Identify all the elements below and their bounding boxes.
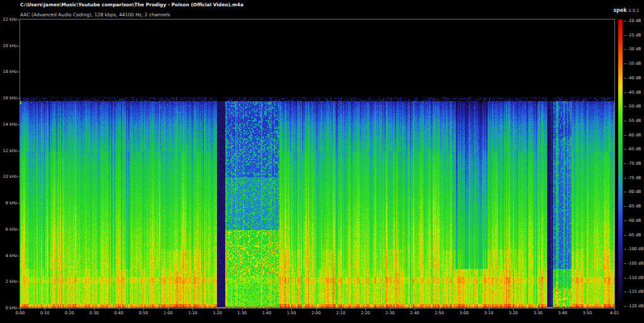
db-tick-label: -40 dB bbox=[628, 75, 641, 80]
db-tick-mark bbox=[624, 221, 626, 221]
freq-tick-label: 0 kHz bbox=[0, 305, 17, 310]
freq-tick-label: 22 kHz bbox=[0, 17, 17, 22]
db-tick-label: -50 dB bbox=[628, 104, 641, 109]
db-tick-mark bbox=[624, 78, 626, 79]
app-version-label: spek0.8.2 bbox=[613, 3, 639, 14]
db-tick-label: -30 dB bbox=[628, 47, 641, 52]
time-tick-mark bbox=[365, 309, 366, 310]
time-tick-mark bbox=[192, 309, 193, 310]
freq-tick-mark bbox=[17, 98, 19, 99]
time-tick-mark bbox=[341, 309, 341, 310]
time-tick-label: 4:01 bbox=[596, 310, 633, 315]
time-tick-mark bbox=[440, 309, 440, 310]
freq-tick-label: 2 kHz bbox=[0, 279, 17, 284]
db-tick-label: -75 dB bbox=[628, 175, 641, 180]
db-tick-mark bbox=[624, 249, 626, 249]
time-tick-mark bbox=[45, 309, 45, 310]
freq-tick-mark bbox=[17, 124, 19, 125]
time-tick-mark bbox=[94, 309, 95, 310]
time-tick-mark bbox=[291, 309, 292, 310]
time-tick-mark bbox=[563, 309, 564, 310]
freq-tick-label: 6 kHz bbox=[0, 227, 17, 232]
db-tick-label: -100 dB bbox=[628, 246, 643, 251]
time-tick-mark bbox=[489, 309, 489, 310]
db-tick-label: -90 dB bbox=[628, 218, 641, 223]
freq-tick-mark bbox=[17, 151, 19, 151]
db-tick-mark bbox=[624, 306, 626, 307]
freq-tick-label: 8 kHz bbox=[0, 200, 17, 205]
freq-tick-mark bbox=[17, 203, 19, 204]
freq-tick-label: 16 kHz bbox=[0, 96, 17, 101]
db-tick-mark bbox=[624, 49, 626, 50]
time-tick-mark bbox=[390, 309, 391, 310]
time-tick-mark bbox=[414, 309, 415, 310]
spek-window: C:\Users\james\Music\Youtube comparison\… bbox=[0, 0, 644, 323]
time-tick-mark bbox=[267, 309, 267, 310]
db-tick-label: -45 dB bbox=[628, 90, 641, 95]
time-tick-mark bbox=[316, 309, 317, 310]
freq-tick-label: 14 kHz bbox=[0, 122, 17, 127]
freq-tick-mark bbox=[17, 229, 19, 230]
time-tick-mark bbox=[538, 309, 538, 310]
db-tick-mark bbox=[624, 135, 626, 136]
freq-tick-mark bbox=[17, 46, 19, 47]
db-tick-mark bbox=[624, 149, 626, 150]
freq-tick-mark bbox=[17, 19, 19, 20]
freq-tick-mark bbox=[17, 256, 19, 256]
db-tick-mark bbox=[624, 178, 626, 178]
time-tick-mark bbox=[464, 309, 465, 310]
db-tick-mark bbox=[624, 163, 626, 164]
db-tick-label: -95 dB bbox=[628, 233, 641, 238]
db-tick-mark bbox=[624, 263, 626, 264]
db-tick-mark bbox=[624, 192, 626, 192]
db-tick-label: -80 dB bbox=[628, 189, 641, 194]
time-tick-mark bbox=[20, 309, 21, 310]
freq-tick-label: 18 kHz bbox=[0, 69, 17, 74]
audio-format-info: AAC (Advanced Audio Coding), 128 kbps, 4… bbox=[20, 12, 170, 18]
time-tick-mark bbox=[69, 309, 70, 310]
db-tick-mark bbox=[624, 206, 626, 207]
freq-tick-label: 10 kHz bbox=[0, 174, 17, 179]
db-colorbar bbox=[618, 19, 623, 308]
db-tick-label: -25 dB bbox=[628, 33, 641, 38]
freq-tick-mark bbox=[17, 177, 19, 177]
db-tick-label: -115 dB bbox=[628, 289, 643, 294]
freq-tick-label: 12 kHz bbox=[0, 148, 17, 153]
freq-tick-mark bbox=[17, 282, 19, 282]
db-tick-label: -35 dB bbox=[628, 61, 641, 66]
freq-tick-mark bbox=[17, 72, 19, 72]
freq-tick-label: 20 kHz bbox=[0, 43, 17, 48]
time-tick-mark bbox=[119, 309, 119, 310]
time-tick-mark bbox=[143, 309, 144, 310]
db-tick-mark bbox=[624, 92, 626, 93]
time-tick-mark bbox=[614, 309, 615, 310]
time-tick-mark bbox=[218, 309, 218, 310]
freq-tick-label: 4 kHz bbox=[0, 253, 17, 258]
db-tick-mark bbox=[624, 292, 626, 292]
db-tick-label: -65 dB bbox=[628, 146, 641, 151]
time-tick-mark bbox=[168, 309, 169, 310]
freq-tick-mark bbox=[17, 308, 19, 309]
db-tick-label: -60 dB bbox=[628, 133, 641, 138]
db-tick-label: -55 dB bbox=[628, 118, 641, 123]
file-path-title: C:\Users\james\Music\Youtube comparison\… bbox=[20, 2, 243, 8]
db-tick-mark bbox=[624, 35, 626, 36]
app-name: spek bbox=[613, 8, 626, 13]
time-tick-mark bbox=[513, 309, 514, 310]
db-tick-label: -70 dB bbox=[628, 161, 641, 166]
db-tick-mark bbox=[624, 63, 626, 64]
db-tick-mark bbox=[624, 106, 626, 107]
app-version: 0.8.2 bbox=[628, 8, 639, 13]
time-tick-mark bbox=[242, 309, 243, 310]
time-tick-mark bbox=[587, 309, 588, 310]
db-tick-label: -110 dB bbox=[628, 275, 643, 280]
db-tick-label: -20 dB bbox=[628, 18, 641, 23]
db-tick-label: -120 dB bbox=[628, 304, 643, 309]
spectrogram-canvas bbox=[20, 19, 614, 308]
db-tick-label: -85 dB bbox=[628, 204, 641, 209]
db-tick-mark bbox=[624, 278, 626, 278]
db-tick-mark bbox=[624, 121, 626, 121]
db-tick-mark bbox=[624, 21, 626, 21]
db-tick-mark bbox=[624, 235, 626, 236]
db-tick-label: -105 dB bbox=[628, 261, 643, 266]
